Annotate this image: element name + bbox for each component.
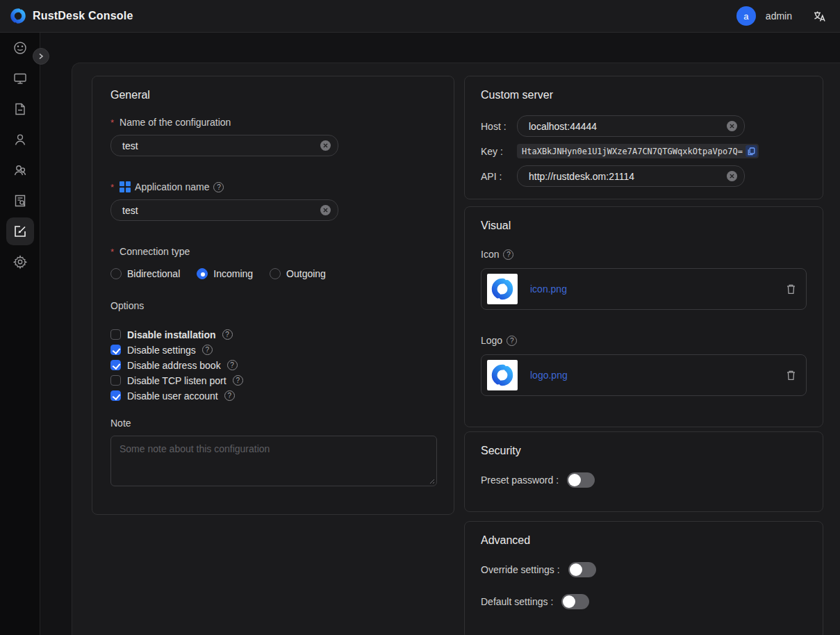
application-name-label: * Application name ? [110,181,436,192]
options-group: Disable installation ? Disable settings … [110,329,436,401]
name-config-label: * Name of the configuration [110,117,436,128]
name-config-input[interactable]: test [110,135,338,156]
active-highlight [6,217,34,245]
api-label: API : [481,171,517,182]
icon-thumbnail [487,274,518,304]
checkbox-box-checked[interactable] [110,360,121,370]
override-settings-toggle[interactable] [568,562,596,577]
trash-icon[interactable] [786,370,796,381]
sidebar-item-groups[interactable] [0,155,40,185]
toggle-knob [570,563,582,576]
toggle-knob [568,474,581,486]
sidebar-item-users[interactable] [0,124,40,155]
main-panel: General * Name of the configuration test… [72,63,840,635]
clear-icon[interactable] [320,205,331,215]
connection-type-label: * Connection type [110,246,436,257]
monitor-icon [13,71,28,86]
logo-file-row: logo.png [481,354,807,396]
document-icon [13,101,28,117]
logo-file-link[interactable]: logo.png [530,370,773,381]
windows-icon [120,181,131,192]
rustdesk-logo-icon [10,8,26,24]
custom-server-card: Custom server Host : localhost:44444 Key… [464,76,823,199]
avatar[interactable]: a [736,6,756,26]
help-icon[interactable]: ? [222,329,233,340]
user-group-icon [13,163,28,178]
advanced-title: Advanced [481,534,807,547]
checkbox-disable-installation[interactable]: Disable installation ? [110,329,436,340]
sidebar-expand-button[interactable] [33,48,49,65]
sidebar-item-settings[interactable] [0,247,40,277]
username[interactable]: admin [766,10,792,22]
resize-handle-icon[interactable] [429,478,435,484]
clear-icon[interactable] [320,140,331,151]
application-name-input[interactable]: test [110,199,338,221]
radio-incoming[interactable]: Incoming [197,268,253,279]
top-navbar: RustDesk Console a admin [0,0,840,33]
options-label: Options [110,300,436,311]
visual-title: Visual [481,220,807,232]
key-value-chip: HtaXBkJNHyn0e1U1jWXze7A7CN7QTGWqxkOtpaVp… [517,144,759,158]
icon-file-link[interactable]: icon.png [530,283,773,295]
general-title: General [110,89,436,101]
sidebar-item-custom-client[interactable] [0,216,40,247]
required-mark: * [110,247,114,257]
help-icon[interactable]: ? [233,375,243,386]
sidebar [0,33,40,635]
checkbox-box[interactable] [110,329,121,340]
clear-icon[interactable] [727,121,737,131]
radio-outgoing[interactable]: Outgoing [270,268,326,279]
checkbox-box[interactable] [110,375,121,386]
key-value: HtaXBkJNHyn0e1U1jWXze7A7CN7QTGWqxkOtpaVp… [522,147,743,156]
copy-icon[interactable] [746,145,757,157]
custom-server-title: Custom server [481,89,807,101]
default-settings-label: Default settings : [481,596,553,607]
host-label: Host : [481,121,517,132]
toggle-knob [563,595,575,608]
sidebar-item-devices[interactable] [0,63,40,94]
radio-circle[interactable] [110,268,122,279]
api-input[interactable]: http://rustdesk.om:21114 [517,165,745,187]
help-icon[interactable]: ? [202,345,213,355]
note-textarea[interactable]: Some note about this configuration [110,436,437,486]
required-mark: * [110,117,114,128]
help-icon[interactable]: ? [213,182,224,192]
clear-icon[interactable] [727,171,737,181]
note-label: Note [110,418,436,429]
default-settings-toggle[interactable] [561,594,589,609]
sidebar-item-audit[interactable] [0,185,40,216]
brand: RustDesk Console [10,8,133,24]
radio-circle[interactable] [270,268,281,279]
radio-circle-selected[interactable] [197,268,208,279]
connection-type-group: Bidirectional Incoming Outgoing [110,268,436,279]
help-icon[interactable]: ? [227,360,238,370]
help-icon[interactable]: ? [503,249,513,260]
sidebar-item-documents[interactable] [0,94,40,124]
preset-password-toggle[interactable] [567,472,595,488]
advanced-card: Advanced Override settings : Default set… [464,521,823,635]
note-placeholder: Some note about this configuration [120,443,270,454]
document-search-icon [13,193,28,208]
checkbox-disable-address-book[interactable]: Disable address book ? [110,360,436,370]
chevron-right-icon [38,53,44,60]
preset-password-label: Preset password : [481,475,559,486]
checkbox-disable-tcp-listen-port[interactable]: Disable TCP listen port ? [110,375,436,386]
override-settings-label: Override settings : [481,564,560,575]
icon-label: Icon ? [481,249,807,260]
security-title: Security [481,445,807,457]
security-card: Security Preset password : [464,431,823,512]
app-title: RustDesk Console [33,10,133,22]
checkbox-box-checked[interactable] [110,390,121,401]
host-input[interactable]: localhost:44444 [517,115,745,137]
trash-icon[interactable] [786,283,796,295]
help-icon[interactable]: ? [507,336,517,346]
checkbox-disable-settings[interactable]: Disable settings ? [110,345,436,355]
edit-icon [13,224,28,239]
translate-icon[interactable] [813,10,826,23]
logo-thumbnail [487,360,518,390]
radio-bidirectional[interactable]: Bidirectional [110,268,180,279]
checkbox-disable-user-account[interactable]: Disable user account ? [110,390,436,401]
help-icon[interactable]: ? [224,390,235,401]
checkbox-box-checked[interactable] [110,345,121,355]
smiley-icon [13,40,28,56]
